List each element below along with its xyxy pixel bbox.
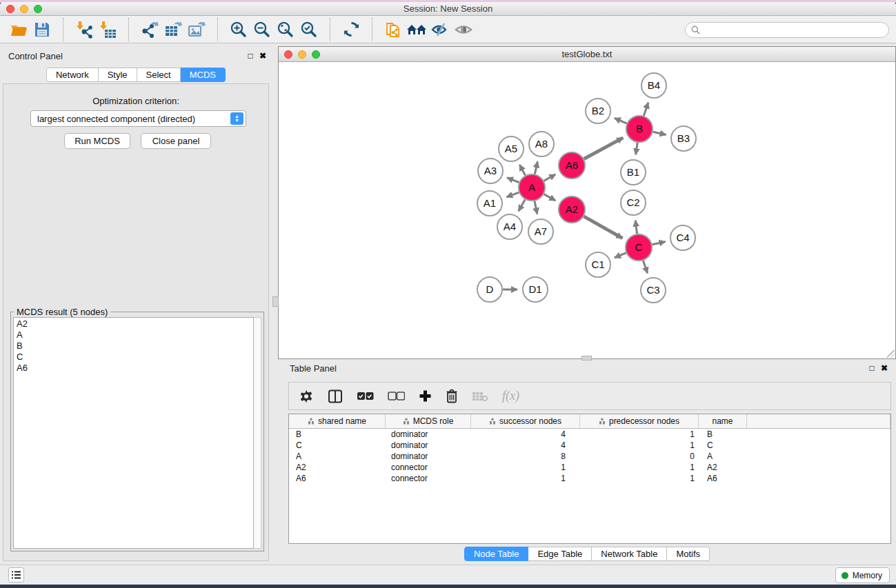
table-cell[interactable]: 1	[580, 462, 699, 473]
main-titlebar[interactable]: Session: New Session	[0, 2, 896, 16]
table-cell[interactable]: C	[289, 440, 386, 451]
zoom-in-button[interactable]	[227, 19, 250, 41]
close-panel-button[interactable]: Close panel	[141, 133, 211, 149]
network-window-titlebar[interactable]: testGlobe.txt	[279, 47, 895, 62]
apply-layout-button[interactable]	[339, 19, 363, 41]
table-cell[interactable]: dominator	[386, 440, 471, 451]
mcds-list-scrollbar[interactable]	[254, 317, 261, 549]
close-panel-icon[interactable]: ✖	[257, 51, 269, 61]
export-image-button[interactable]	[185, 19, 208, 41]
table-cell[interactable]: B	[699, 429, 747, 440]
export-network-button[interactable]	[138, 19, 161, 41]
table-cell[interactable]: A	[289, 451, 386, 462]
close-window-button[interactable]	[6, 5, 14, 13]
table-settings-button[interactable]	[299, 387, 314, 406]
table-cell[interactable]: A6	[289, 473, 386, 484]
table-row[interactable]: Adominator80A	[289, 451, 890, 462]
table-tab-network-table[interactable]: Network Table	[592, 547, 667, 561]
table-cell[interactable]: 4	[471, 429, 580, 440]
export-table-button[interactable]	[161, 19, 185, 41]
table-cell[interactable]: dominator	[386, 429, 471, 440]
float-table-panel-icon[interactable]: □	[866, 363, 878, 373]
save-session-button[interactable]	[30, 19, 54, 41]
run-mcds-button[interactable]: Run MCDS	[64, 133, 130, 149]
table-cell[interactable]: 1	[471, 473, 580, 484]
network-zoom-button[interactable]	[312, 50, 320, 59]
clone-network-button[interactable]	[381, 19, 405, 41]
network-minimize-button[interactable]	[298, 50, 306, 59]
split-table-view-button[interactable]	[328, 387, 343, 406]
tab-style[interactable]: Style	[99, 68, 137, 82]
table-cell[interactable]: 8	[471, 451, 580, 462]
search-input[interactable]	[700, 26, 888, 35]
create-column-button[interactable]	[419, 387, 432, 406]
mcds-result-item[interactable]: B	[14, 341, 253, 352]
table-cell[interactable]: A2	[289, 462, 386, 473]
mcds-result-item[interactable]: C	[14, 352, 253, 363]
zoom-selected-button[interactable]	[297, 19, 321, 41]
close-table-panel-icon[interactable]: ✖	[878, 363, 890, 373]
table-row[interactable]: A6connector11A6	[289, 473, 890, 484]
table-cell[interactable]: dominator	[386, 451, 471, 462]
table-cell[interactable]: A2	[699, 462, 747, 473]
table-cell[interactable]: connector	[386, 473, 471, 484]
table-cell[interactable]: connector	[386, 462, 471, 473]
zoom-window-button[interactable]	[34, 5, 42, 13]
memory-button[interactable]: Memory	[835, 567, 890, 583]
table-row[interactable]: A2connector11A2	[289, 462, 890, 473]
table-toolbar: f(x)	[288, 382, 891, 410]
deselect-all-button[interactable]	[388, 387, 405, 406]
table-tab-node-table[interactable]: Node Table	[464, 547, 529, 561]
node-table[interactable]: shared nameMCDS rolesuccessor nodesprede…	[288, 414, 891, 544]
import-table-button[interactable]	[96, 19, 119, 41]
table-cell[interactable]: 1	[580, 440, 699, 451]
float-panel-icon[interactable]: □	[244, 51, 257, 61]
table-cell[interactable]: 1	[471, 462, 580, 473]
window-resize-grip[interactable]	[887, 350, 895, 358]
task-history-button[interactable]	[8, 567, 24, 582]
tab-network[interactable]: Network	[46, 68, 99, 82]
table-row[interactable]: Bdominator41B	[289, 429, 890, 440]
table-cell[interactable]: 4	[471, 440, 580, 451]
edge-A-A2	[544, 194, 556, 201]
hide-panel-button[interactable]	[428, 19, 452, 41]
mcds-result-list[interactable]: A2ABCA6	[13, 317, 254, 549]
table-tab-motifs[interactable]: Motifs	[667, 547, 710, 561]
table-row[interactable]: Cdominator41C	[289, 440, 890, 451]
zoom-out-button[interactable]	[250, 19, 274, 41]
zoom-fit-button[interactable]	[274, 19, 297, 41]
import-network-button[interactable]	[72, 19, 96, 41]
table-tab-edge-table[interactable]: Edge Table	[528, 547, 592, 561]
select-all-button[interactable]	[357, 387, 374, 406]
table-cell[interactable]: B	[289, 429, 386, 440]
criterion-dropdown[interactable]: largest connected component (directed) ▲…	[30, 110, 246, 127]
tab-select[interactable]: Select	[137, 68, 181, 82]
table-cell[interactable]: 1	[580, 473, 699, 484]
table-cell[interactable]: 0	[580, 451, 699, 462]
table-cell[interactable]: C	[699, 440, 747, 451]
table-cell-filler	[747, 473, 890, 484]
open-session-button[interactable]	[7, 19, 30, 41]
network-canvas[interactable]: B4B2BB3A5A8A6A3B1AC2A1A2A4A7C4CC1C3DD1	[279, 62, 895, 358]
mcds-result-item[interactable]: A	[14, 330, 253, 341]
horizontal-split-handle[interactable]	[581, 356, 592, 361]
mcds-result-item[interactable]: A2	[14, 318, 253, 330]
manage-networks-button[interactable]	[405, 19, 428, 41]
column-header-successor-nodes[interactable]: successor nodes	[471, 414, 580, 428]
column-header-MCDS-role[interactable]: MCDS role	[386, 414, 471, 428]
table-cell[interactable]: A	[699, 451, 747, 462]
graph-node-label-C4: C4	[676, 232, 689, 243]
network-close-button[interactable]	[284, 50, 292, 59]
tab-mcds[interactable]: MCDS	[181, 68, 226, 82]
delete-column-button[interactable]	[446, 387, 458, 406]
search-field[interactable]	[685, 22, 889, 38]
minimize-window-button[interactable]	[20, 5, 28, 13]
mcds-result-item[interactable]: A6	[14, 363, 253, 374]
table-cell[interactable]: 1	[580, 429, 699, 440]
show-panel-button[interactable]	[452, 19, 475, 41]
column-header-name[interactable]: name	[699, 414, 747, 428]
column-header-predecessor-nodes[interactable]: predecessor nodes	[580, 414, 699, 428]
column-header-shared-name[interactable]: shared name	[289, 414, 386, 428]
vertical-split-handle[interactable]	[272, 296, 279, 307]
table-cell[interactable]: A6	[699, 473, 747, 484]
